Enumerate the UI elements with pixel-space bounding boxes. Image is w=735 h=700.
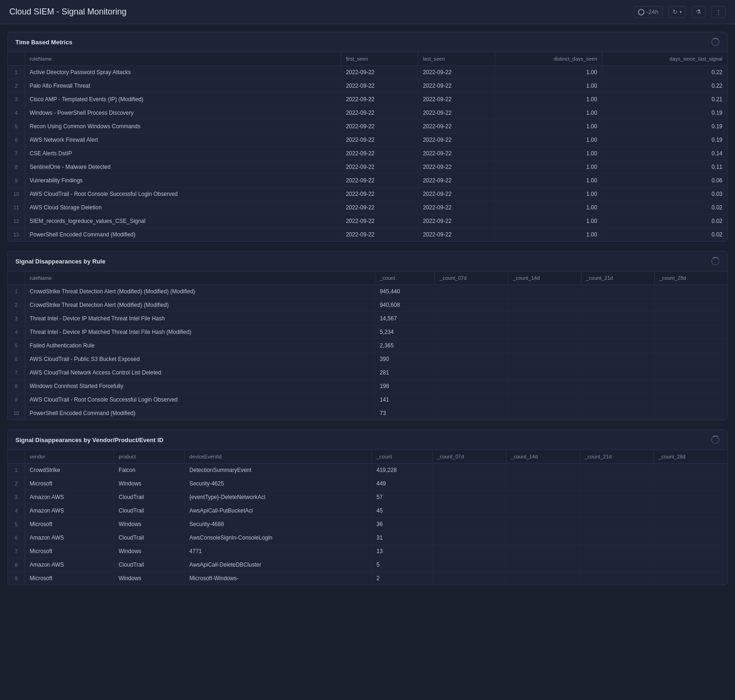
row-num: 9 [8, 174, 25, 187]
table-row: 3 Threat Intel - Device IP Matched Threa… [8, 312, 727, 326]
days-since: 0.21 [602, 93, 727, 106]
col-count21d: _count_21d [580, 450, 654, 464]
count07d [432, 477, 506, 491]
time-range-control[interactable]: -24h [634, 6, 663, 18]
first-seen: 2022-09-22 [341, 228, 418, 242]
days-since: 0.02 [602, 201, 727, 215]
row-num: 2 [8, 477, 25, 491]
rule-name: SentinelOne - Malware Detected [25, 160, 341, 174]
rule-name: CrowdStrike Threat Detection Alert (Modi… [25, 298, 375, 312]
rule-name: Active Directory Password Spray Attacks [25, 66, 341, 79]
signal-disappearances-rule-section: Signal Disappearances by Rule ruleName _… [7, 251, 728, 420]
last-seen: 2022-09-22 [418, 215, 495, 228]
count: 2 [371, 572, 432, 585]
row-num: 6 [8, 531, 25, 545]
app-title: Cloud SIEM - Signal Monitoring [9, 7, 126, 17]
count: 13 [371, 545, 432, 558]
count28d [654, 464, 727, 477]
count28d [654, 504, 727, 518]
table-row: 2 CrowdStrike Threat Detection Alert (Mo… [8, 298, 727, 312]
device-event-id: 4771 [184, 545, 371, 558]
row-num: 7 [8, 545, 25, 558]
count14d [506, 545, 580, 558]
count07d [432, 491, 506, 504]
count21d [580, 545, 654, 558]
count28d [654, 545, 727, 558]
table-row: 8 Windows Connhost Started Forcefully 19… [8, 380, 727, 393]
rule-name: Windows - PowerShell Process Discovery [25, 106, 341, 120]
time-based-metrics-body: 1 Active Directory Password Spray Attack… [8, 66, 727, 242]
table-row: 5 Microsoft Windows Security-4688 36 [8, 518, 727, 531]
count14d [506, 518, 580, 531]
signal-disappearances-vendor-title: Signal Disappearances by Vendor/Product/… [15, 437, 163, 444]
count07d [432, 531, 506, 545]
col-count07d: _count_07d [432, 450, 506, 464]
table-row: 13 PowerShell Encoded Command (Modified)… [8, 228, 727, 242]
device-event-id: Security-4688 [184, 518, 371, 531]
row-num: 2 [8, 298, 25, 312]
row-num: 2 [8, 79, 25, 93]
table-row: 1 CrowdStrike Threat Detection Alert (Mo… [8, 285, 727, 298]
count28d [654, 393, 727, 407]
row-num: 1 [8, 285, 25, 298]
count07d [435, 366, 508, 380]
table-row: 2 Microsoft Windows Security-4625 449 [8, 477, 727, 491]
count14d [508, 298, 581, 312]
row-num: 12 [8, 215, 25, 228]
days-since: 0.03 [602, 187, 727, 201]
rule-name: CrowdStrike Threat Detection Alert (Modi… [25, 285, 375, 298]
first-seen: 2022-09-22 [341, 160, 418, 174]
count28d [654, 353, 727, 366]
table-row: 4 Threat Intel - Device IP Matched Threa… [8, 326, 727, 339]
time-based-metrics-header: Time Based Metrics [8, 32, 727, 52]
row-num: 8 [8, 380, 25, 393]
rule-name: AWS Cloud Storage Deletion [25, 201, 341, 215]
row-num: 9 [8, 572, 25, 585]
device-event-id: DetectionSummaryEvent [184, 464, 371, 477]
row-num: 5 [8, 120, 25, 133]
signal-disappearances-rule-body: 1 CrowdStrike Threat Detection Alert (Mo… [8, 285, 727, 420]
time-based-metrics-title: Time Based Metrics [15, 39, 72, 46]
count28d [654, 339, 727, 353]
count28d [654, 366, 727, 380]
count14d [506, 558, 580, 572]
table-row: 9 Vulnerability Findings 2022-09-22 2022… [8, 174, 727, 187]
row-num: 1 [8, 464, 25, 477]
rule-name: Vulnerability Findings [25, 174, 341, 187]
col-num [8, 52, 25, 66]
count21d [580, 464, 654, 477]
count07d [435, 298, 508, 312]
table-row: 10 AWS CloudTrail - Root Console Success… [8, 187, 727, 201]
col-device-event-id: deviceEventId [184, 450, 371, 464]
sdv-header-row: vendor product deviceEventId _count _cou… [8, 450, 727, 464]
count28d [654, 477, 727, 491]
count21d [581, 285, 654, 298]
col-count: _count [371, 450, 432, 464]
count21d [581, 407, 654, 420]
days-since: 0.02 [602, 215, 727, 228]
signal-disappearances-rule-table: ruleName _count _count_07d _count_14d _c… [8, 271, 727, 420]
count14d [506, 491, 580, 504]
count14d [508, 326, 581, 339]
more-control[interactable]: ⋮ [711, 6, 726, 18]
signal-disappearances-vendor-loader [711, 436, 720, 444]
first-seen: 2022-09-22 [341, 133, 418, 147]
table-row: 9 AWS CloudTrail - Root Console Successf… [8, 393, 727, 407]
last-seen: 2022-09-22 [418, 79, 495, 93]
count21d [581, 339, 654, 353]
refresh-icon: ↻ [672, 8, 678, 15]
signal-disappearances-rule-scroll[interactable]: ruleName _count _count_07d _count_14d _c… [8, 271, 727, 420]
main-content: Time Based Metrics ruleName first_seen l… [0, 24, 735, 593]
count: 2,365 [375, 339, 435, 353]
product: CloudTrail [114, 491, 185, 504]
row-num: 5 [8, 518, 25, 531]
device-event-id: AwsApiCall-DeleteDBCluster [184, 558, 371, 572]
col-rulename: ruleName [25, 52, 341, 66]
last-seen: 2022-09-22 [418, 201, 495, 215]
refresh-control[interactable]: ↻ ▾ [668, 6, 686, 18]
days-since: 0.22 [602, 79, 727, 93]
filter-control[interactable]: ⚗ [692, 6, 706, 18]
col-count: _count [375, 271, 435, 285]
count07d [435, 380, 508, 393]
signal-disappearances-rule-title: Signal Disappearances by Rule [15, 258, 105, 265]
